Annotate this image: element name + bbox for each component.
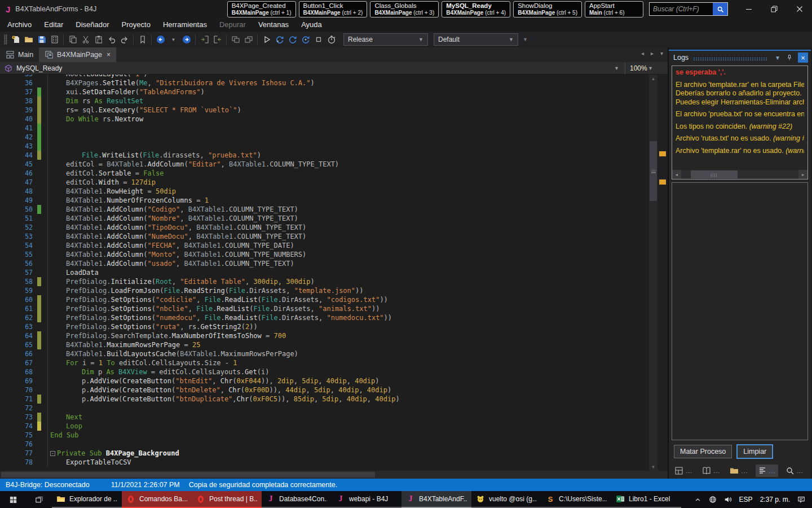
toolbar-overflow-icon[interactable]: ▼ — [523, 37, 528, 42]
reconnect-2-icon[interactable] — [286, 33, 299, 46]
menu-herramientas[interactable]: Herramientas — [157, 18, 213, 32]
taskbar-item[interactable]: JB4XTableAndF... — [401, 491, 471, 508]
scrollbar-thumb[interactable]: |||| — [691, 170, 738, 178]
code-line-48[interactable]: 48B4XTable1.RowHeight = 50dip — [0, 187, 648, 196]
code-line-35[interactable]: 35Root.LoadLayout("1") — [0, 75, 648, 78]
panel-tab-logs-panel[interactable]: ... — [756, 465, 778, 477]
code-line-65[interactable]: 65B4XTable1.MaximumRowsPerPage = 25 — [0, 340, 648, 349]
taskbar-item[interactable]: Explorador de ... — [52, 491, 122, 508]
scroll-right-icon[interactable]: ▸ — [798, 170, 807, 179]
code-line-72[interactable]: 72 — [0, 404, 648, 413]
log-message[interactable]: Deberías borrarlo o añadirlo al proyecto… — [676, 89, 804, 98]
code-line-45[interactable]: 45editCol = B4XTable1.AddColumn("Editar"… — [0, 160, 648, 169]
caret-down-icon[interactable]: ▼ — [167, 33, 180, 46]
log-message[interactable]: El archivo 'template.rar' en la carpeta … — [676, 81, 804, 90]
code-line-42[interactable]: 42 — [0, 133, 648, 142]
code-line-38[interactable]: 38Dim rs As ResultSet — [0, 97, 648, 106]
code-line-40[interactable]: 40Do While rs.Nextrow — [0, 115, 648, 124]
quick-tab-Button1_Click[interactable]: Button1_ClickB4XMainPage (ctrl + 2) — [299, 1, 368, 17]
editor-zoom-select[interactable]: 100%▼ — [625, 62, 663, 75]
taskbar-item[interactable]: JDatabase4Con... — [262, 491, 332, 508]
scrollbar-thumb[interactable] — [650, 141, 657, 201]
code-line-76[interactable]: 76 — [0, 440, 648, 449]
scrollbar-thumb[interactable] — [1, 472, 375, 478]
menu-ayuda[interactable]: Ayuda — [295, 18, 328, 32]
warning-mark[interactable] — [659, 179, 666, 185]
export-icon[interactable] — [48, 33, 61, 46]
speaker-icon[interactable] — [724, 496, 732, 503]
close-button[interactable] — [787, 0, 812, 18]
logs-horizontal-scrollbar[interactable]: ◂ |||| ▸ — [672, 170, 807, 179]
indent-icon[interactable] — [198, 33, 211, 46]
panel-tab-windows-panel[interactable]: ... — [672, 465, 695, 477]
menu-editar[interactable]: Editar — [38, 18, 69, 32]
redo-icon[interactable] — [118, 33, 131, 46]
action-center-icon[interactable] — [797, 496, 805, 503]
nav-forward-icon[interactable] — [180, 33, 193, 46]
kill-process-button[interactable]: Matar Proceso — [674, 445, 732, 458]
open-folder-icon[interactable] — [22, 33, 35, 46]
editor-horizontal-scrollbar[interactable] — [0, 471, 668, 479]
code-line-73[interactable]: 73Next — [0, 413, 648, 422]
taskbar-item[interactable]: Comandos Ba... — [122, 491, 192, 508]
menu-diseñador[interactable]: Diseñador — [69, 18, 115, 32]
code-line-64[interactable]: 64PrefDialog.SearchTemplate.MaxNumberOfI… — [0, 331, 648, 340]
code-line-49[interactable]: 49B4XTable1.NumberOfFrozenColumns = 1 — [0, 196, 648, 205]
reconnect-3-icon[interactable] — [299, 33, 312, 46]
doc-tab-b4xmainpage[interactable]: B4XMainPage× — [39, 47, 116, 62]
bookmark-icon[interactable] — [136, 33, 149, 46]
logs-secondary-box[interactable] — [672, 182, 808, 440]
code-line-50[interactable]: 50B4XTable1.AddColumn("Codigo", B4XTable… — [0, 205, 648, 214]
code-line-63[interactable]: 63PrefDialog.SetOptions("ruta", rs.GetSt… — [0, 322, 648, 331]
code-line-67[interactable]: 67For i = 1 To editCol.CellsLayouts.Size… — [0, 358, 648, 367]
code-line-59[interactable]: 59PrefDialog.LoadFromJson(File.ReadStrin… — [0, 286, 648, 295]
code-line-66[interactable]: 66B4XTable1.BuildLayoutsCache(B4XTable1.… — [0, 349, 648, 358]
menu-archivo[interactable]: Archivo — [1, 18, 38, 32]
code-line-54[interactable]: 54B4XTable1.AddColumn("FECHA", B4XTable1… — [0, 241, 648, 250]
chevron-down-icon[interactable]: ▼ — [614, 65, 619, 71]
build-profile-select[interactable]: Default▼ — [434, 33, 518, 46]
log-message[interactable]: Archivo 'rutas.txt' no es usado. (warnin… — [676, 134, 804, 143]
log-message[interactable]: Puedes elegir Herramientas-Eliminar arch… — [676, 98, 804, 107]
save-icon[interactable] — [35, 33, 48, 46]
tab-list-icon[interactable]: ▾ — [660, 50, 663, 56]
quick-tab-MySQL_Ready[interactable]: MySQL_ReadyB4XMainPage (ctrl + 4) — [442, 1, 510, 17]
code-line-41[interactable]: 41 — [0, 124, 648, 133]
taskbar-item[interactable]: Libro1 - Excel — [611, 491, 681, 508]
cut-icon[interactable] — [79, 33, 92, 46]
panel-tab-find-panel[interactable]: ... — [783, 465, 806, 477]
keyboard-language[interactable]: ESP — [739, 496, 753, 503]
log-message[interactable]: se esperaba ','. — [676, 68, 804, 77]
editor-vertical-scrollbar[interactable]: ▲ ▼ — [649, 75, 657, 471]
warning-mark[interactable] — [659, 151, 666, 156]
network-globe-icon[interactable] — [709, 496, 717, 503]
nav-back-icon[interactable] — [154, 33, 167, 46]
code-line-60[interactable]: 60PrefDialog.SetOptions("codiclie", File… — [0, 295, 648, 304]
code-line-69[interactable]: 69p.AddView(CreateButton("btnEdit", Chr(… — [0, 376, 648, 386]
code-line-56[interactable]: 56B4XTable1.AddColumn("usado", B4XTable1… — [0, 259, 648, 268]
arrange-2-icon[interactable] — [242, 33, 255, 46]
code-line-52[interactable]: 52B4XTable1.AddColumn("TipoDocu", B4XTab… — [0, 223, 648, 232]
chevron-up-icon[interactable] — [694, 496, 701, 503]
code-line-71[interactable]: 71p.AddView(CreateButton("btnDuplicate",… — [0, 395, 648, 404]
code-line-39[interactable]: 39rs= sql.ExecQuery("SELECT * FROM `vuel… — [0, 106, 648, 115]
clock[interactable]: 2:37 p. m. — [760, 496, 790, 503]
scroll-left-icon[interactable]: ◂ — [672, 170, 681, 179]
menu-proyecto[interactable]: Proyecto — [116, 18, 157, 32]
taskbar-item[interactable]: Post thread | B... — [192, 491, 262, 508]
logs-output-box[interactable]: se esperaba ','.El archivo 'template.rar… — [672, 65, 808, 179]
new-file-icon[interactable] — [9, 33, 22, 46]
log-message[interactable]: El archivo 'prueba.txt' no se encuentra … — [676, 110, 804, 119]
code-line-51[interactable]: 51B4XTable1.AddColumn("Nombre", B4XTable… — [0, 214, 648, 223]
quick-tab-ShowDialog[interactable]: ShowDialogB4XMainPage (ctrl + 5) — [513, 1, 582, 17]
code-line-53[interactable]: 53B4XTable1.AddColumn("NumeDocu", B4XTab… — [0, 232, 648, 241]
stop-icon[interactable] — [312, 33, 325, 46]
code-line-77[interactable]: 77-Private Sub B4XPage_Background — [0, 449, 648, 458]
quick-tab-Class_Globals[interactable]: Class_GlobalsB4XMainPage (ctrl + 3) — [370, 1, 439, 17]
search-icon[interactable] — [713, 3, 727, 15]
logs-header[interactable]: Logs ▼ × — [669, 51, 811, 64]
restore-button[interactable] — [761, 0, 787, 18]
code-line-68[interactable]: 68Dim p As B4XView = editCol.CellsLayout… — [0, 367, 648, 376]
tab-scroll-left-icon[interactable]: ◂ — [641, 50, 644, 56]
run-icon[interactable] — [260, 33, 273, 46]
